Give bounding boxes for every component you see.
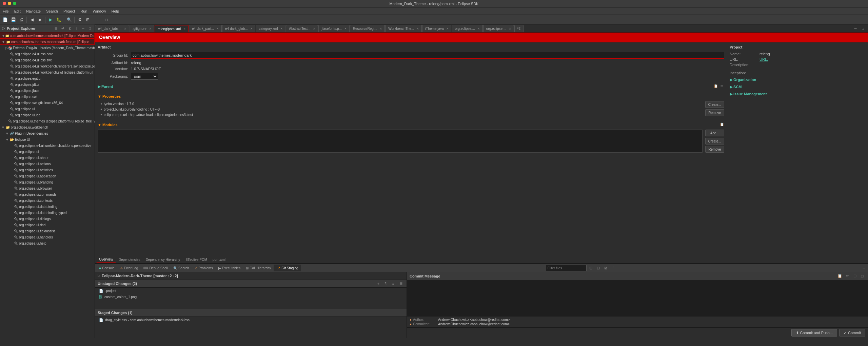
tab-call-hierarchy[interactable]: ⊞ Call Hierarchy	[243, 265, 274, 271]
prop-tycho[interactable]: ● tycho.version : 1.7.0	[98, 101, 703, 107]
tab-effective-pom[interactable]: Effective POM	[183, 256, 210, 263]
toolbar-new[interactable]: 📄	[1, 16, 9, 23]
tree-item-ui[interactable]: ▷ 🔌 org.eclipse.ui	[0, 106, 95, 112]
parent-edit-btn[interactable]: ✏	[719, 84, 724, 89]
stage-all-btn[interactable]: +	[375, 281, 381, 287]
commit-message-input[interactable]	[407, 280, 868, 316]
project-url-value[interactable]: URL:	[760, 57, 768, 61]
menu-navigate[interactable]: Navigate	[26, 9, 41, 13]
tab-dependencies[interactable]: Dependencies	[116, 256, 143, 263]
filter-files-input[interactable]	[546, 265, 587, 271]
git-panel-btn-1[interactable]: ⊞	[588, 265, 594, 271]
tree-item-application[interactable]: ▷ 🔌 org.eclipse.ui.application	[0, 173, 95, 179]
tab-close[interactable]: ×	[344, 27, 347, 31]
sidebar-link-btn[interactable]: ⇌	[60, 26, 65, 31]
tree-item-eclipse-ui[interactable]: ▼ 📂 Eclipse UI	[0, 136, 95, 142]
tab-close[interactable]: ×	[124, 27, 126, 31]
tab-pom-xml[interactable]: pom.xml	[210, 256, 228, 263]
toolbar-save[interactable]: 💾	[9, 16, 17, 23]
modules-section-title[interactable]: ▼ Modules	[98, 123, 118, 127]
tab-dependency-hierarchy[interactable]: Dependency Hierarchy	[143, 256, 183, 263]
menu-file[interactable]: File	[3, 9, 9, 13]
tab-e4-dark-tabs[interactable]: e4_dark_tabs... ×	[95, 25, 129, 32]
tab-overview[interactable]: Overview	[96, 256, 116, 263]
unstaged-refresh-btn[interactable]: ↻	[383, 281, 389, 287]
toolbar-debug[interactable]: 🐛	[55, 16, 62, 23]
tree-item-renderers[interactable]: ▷ 🔌 org.eclipse.e4.ui.workbench.renderer…	[0, 63, 95, 69]
tab-e4-dark-part[interactable]: e4-dark_part... ×	[189, 25, 222, 32]
menu-window[interactable]: Window	[93, 9, 106, 13]
packaging-select[interactable]: pom jar war	[131, 73, 158, 80]
sidebar-minimize-btn[interactable]: ─	[80, 26, 86, 31]
toolbar-run[interactable]: ▶	[47, 16, 54, 23]
tree-item-css-swt[interactable]: ▷ 🔌 org.eclipse.e4.ui.css.swt	[0, 57, 95, 63]
tab-problems[interactable]: ⚠ Problems	[192, 265, 216, 271]
unstaged-tree-btn[interactable]: ⊞	[398, 281, 404, 287]
tree-item-eclipse-ui2[interactable]: ▷ 🔌 org.eclipse.ui	[0, 149, 95, 155]
tab-jfacefonts[interactable]: jfacefonts.p... ×	[318, 25, 349, 32]
prop-repo[interactable]: ● eclipse-repo.url : http://download.ecl…	[98, 112, 703, 117]
tab-close[interactable]: ×	[183, 27, 185, 31]
tab-git-staging[interactable]: ⎇ Git Staging	[274, 265, 301, 271]
tab-org-eclipse-2[interactable]: org.eclipse.... ×	[483, 25, 514, 32]
tab-category-xml[interactable]: category.xml ×	[256, 25, 285, 32]
toolbar-search[interactable]: 🔍	[65, 16, 73, 23]
tree-item-contexts[interactable]: ▷ 🔌 org.eclipse.ui.contexts	[0, 197, 95, 204]
create-property-btn[interactable]: Create...	[705, 101, 724, 108]
unstaged-list-btn[interactable]: ≡	[390, 281, 396, 287]
toolbar-forward[interactable]: ▶	[36, 16, 44, 23]
toolbar-back[interactable]: ◀	[28, 16, 36, 23]
tree-item-activities[interactable]: ▷ 🔌 org.eclipse.ui.activities	[0, 167, 95, 173]
close-button[interactable]	[3, 2, 6, 5]
staged-extra-btn[interactable]: −	[398, 310, 404, 316]
parent-section-title[interactable]: ▶ Parent	[98, 84, 113, 89]
tab-close[interactable]: ×	[217, 27, 219, 31]
tree-item-databinding-typed[interactable]: ▷ 🔌 org.eclipse.ui.databinding.typed	[0, 210, 95, 216]
tab-search[interactable]: 🔍 Search	[171, 265, 192, 271]
commit-msg-btn-1[interactable]: 📋	[837, 273, 843, 279]
add-module-btn[interactable]: Add...	[705, 130, 724, 136]
tree-item-e4-addons[interactable]: ▷ 🔌 org.eclipse.e4.ui.workbench.addons.p…	[0, 142, 95, 149]
tab-close[interactable]: ×	[478, 27, 480, 31]
tab-pom-xml[interactable]: releng/pom.xml ×	[155, 25, 189, 32]
tree-item-browser[interactable]: ▷ 🔌 org.eclipse.ui.browser	[0, 185, 95, 191]
tab-resource-regi[interactable]: ResourceRegi... ×	[350, 25, 385, 32]
tab-close[interactable]: ×	[417, 27, 419, 31]
unstaged-file-png[interactable]: 🖼 custom_colors_1.png	[95, 294, 407, 300]
minimize-button[interactable]	[8, 2, 11, 5]
tab-overflow[interactable]: ²2	[514, 25, 524, 32]
menu-help[interactable]: Help	[112, 9, 119, 13]
tree-item-about[interactable]: ▷ 🔌 org.eclipse.ui.about	[0, 155, 95, 161]
tab-e4-dark-glob[interactable]: e4-dark_glob... ×	[222, 25, 256, 32]
menu-run[interactable]: Run	[80, 9, 87, 13]
tree-item-jface[interactable]: ▷ 🔌 org.eclipse.jface	[0, 88, 95, 94]
sidebar-collapse-btn[interactable]: ⊟	[53, 26, 59, 31]
issue-section[interactable]: ▶ Issue Management	[730, 92, 865, 96]
tree-item-feature[interactable]: ▼ 📁 com.aobuchow.themes.moderndark.featu…	[0, 39, 95, 45]
group-id-input[interactable]	[131, 52, 724, 59]
toolbar-maximize[interactable]: □	[103, 16, 110, 23]
tree-item-ext-plugins[interactable]: ▷ 📚 External Plug-in Libraries [Modern_D…	[0, 45, 95, 51]
unstaged-file-project[interactable]: 📄 .project	[95, 288, 407, 294]
tree-item-handlers[interactable]: ▷ 🔌 org.eclipse.ui.handlers	[0, 234, 95, 240]
organization-section[interactable]: ▶ Organization	[730, 78, 865, 82]
tree-item-wb-swt[interactable]: ▷ 🔌 org.eclipse.e4.ui.workbench.swt [ecl…	[0, 69, 95, 75]
commit-button[interactable]: ✓ Commit	[839, 329, 865, 337]
create-module-btn[interactable]: Create...	[705, 138, 724, 145]
tree-item-databinding[interactable]: ▷ 🔌 org.eclipse.ui.databinding	[0, 204, 95, 210]
tab-close[interactable]: ×	[251, 27, 253, 31]
tree-item-actions[interactable]: ▷ 🔌 org.eclipse.ui.actions	[0, 161, 95, 167]
tab-executables[interactable]: ▶ Executables	[216, 265, 243, 271]
tab-close[interactable]: ×	[313, 27, 315, 31]
commit-msg-btn-3[interactable]: ⊟	[852, 273, 858, 279]
tree-item-css-core[interactable]: ▷ 🔌 org.eclipse.e4.ui.css.core	[0, 51, 95, 57]
menu-search[interactable]: Search	[46, 9, 58, 13]
sidebar-maximize-btn[interactable]: □	[87, 26, 93, 31]
git-panel-btn-2[interactable]: ⊟	[595, 265, 601, 271]
unstage-all-btn[interactable]: −	[390, 310, 396, 316]
tree-item-ui-ide[interactable]: ▷ 🔌 org.eclipse.ui.ide	[0, 112, 95, 118]
tab-close[interactable]: ×	[509, 27, 511, 31]
editor-maximize-btn[interactable]: □	[859, 25, 867, 32]
sidebar-menu-btn[interactable]: ⋮	[74, 26, 79, 31]
remove-property-btn[interactable]: Remove	[705, 109, 724, 116]
